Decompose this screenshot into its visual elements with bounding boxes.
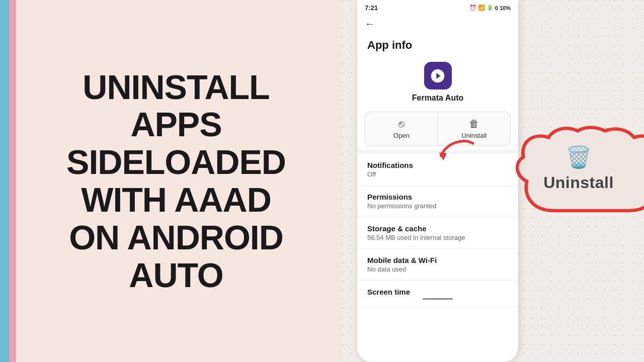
open-label: Open [393,132,410,139]
page-title: App info [357,34,518,54]
storage-section[interactable]: Storage & cache 56.54 MB used in interna… [357,217,518,249]
nav-bar: ← [357,14,518,34]
main-title: UNINSTALL APPS SIDELOADED WITH AAAD ON A… [56,68,286,294]
status-icons: ⏰ 📶 🔋 0 10% [469,5,511,11]
back-button[interactable]: ← [365,18,375,30]
status-bar: 7:21 ⏰ 📶 🔋 0 10% [357,0,518,14]
divider-1 [357,150,518,154]
open-button[interactable]: ⎋ Open [365,112,438,145]
title-line-3: SIDELOADED [66,143,286,181]
left-panel: UNINSTALL APPS SIDELOADED WITH AAAD ON A… [0,0,342,362]
mobile-value: No data used [367,265,508,273]
title-line-4: WITH AAAD [81,180,271,219]
storage-title: Storage & cache [367,224,508,233]
title-line-6: AUTO [129,256,223,294]
bubble-trash-icon: 🗑️ [566,145,592,169]
permissions-section[interactable]: Permissions No permissions granted [357,186,518,217]
bubble-label: Uninstall [543,173,614,192]
battery-text: 0 10% [495,5,511,11]
notifications-value: Off [367,170,508,178]
right-panel: 7:21 ⏰ 📶 🔋 0 10% ← App info Fermata Auto [342,0,644,362]
permissions-title: Permissions [367,193,508,201]
bubble-content: 🗑️ Uninstall [543,145,614,192]
action-buttons: ⎋ Open 🗑 Uninstall [365,112,511,146]
mobile-section[interactable]: Mobile data & Wi-Fi No data used [357,249,518,281]
title-line-5: ON ANDROID [69,218,283,256]
app-name: Fermata Auto [412,94,464,103]
uninstall-icon: 🗑 [469,118,479,130]
permissions-value: No permissions granted [367,202,508,210]
screen-time-section[interactable]: Screen time [357,281,518,307]
app-icon-svg [430,68,446,84]
app-icon [424,62,452,89]
phone-screen: 7:21 ⏰ 📶 🔋 0 10% ← App info Fermata Auto [357,0,518,362]
title-line-1: UNINSTALL [83,68,269,106]
status-time: 7:21 [365,4,378,12]
open-icon: ⎋ [398,118,405,130]
mobile-title: Mobile data & Wi-Fi [367,256,508,264]
uninstall-bubble: 🗑️ Uninstall [508,111,644,226]
screen-time-title: Screen time [367,288,508,296]
storage-value: 56.54 MB used in internal storage [367,234,508,241]
title-line-2: APPS [130,105,221,143]
bottom-line [423,298,453,300]
app-identity: Fermata Auto [357,54,518,108]
